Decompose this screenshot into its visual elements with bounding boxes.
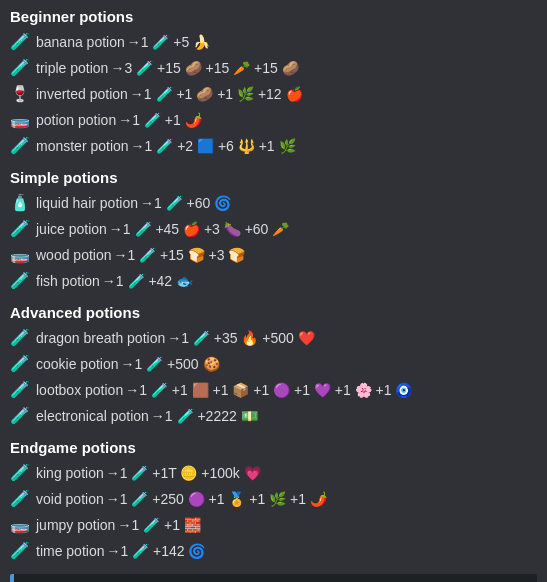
recipe-text: →1 🧪 +1 🥔 +1 🌿 +12 🍎 — [130, 84, 303, 105]
potion-name: triple potion — [36, 58, 108, 79]
potion-row: 🧫wood potion →1 🧪 +15 🍞 +3 🍞 — [10, 242, 537, 268]
potion-name: lootbox potion — [36, 380, 123, 401]
potion-row: 🧪fish potion →1 🧪 +42 🐟 — [10, 268, 537, 294]
potion-name: monster potion — [36, 136, 129, 157]
potion-name: time potion — [36, 541, 104, 562]
potion-name: inverted potion — [36, 84, 128, 105]
potion-type-icon: 🧫 — [10, 243, 30, 267]
recipe-text: →1 🧪 +500 🍪 — [121, 354, 220, 375]
recipe-text: →1 🧪 +142 🌀 — [106, 541, 205, 562]
recipe-text: →1 🧪 +15 🍞 +3 🍞 — [114, 245, 246, 266]
potion-name: king potion — [36, 463, 104, 484]
potion-type-icon: 🍷 — [10, 82, 30, 106]
potion-row: 🧪lootbox potion →1 🧪 +1 🟫 +1 📦 +1 🟣 +1 💜… — [10, 377, 537, 403]
section-title-simple: Simple potions — [10, 169, 537, 186]
potion-name: liquid hair potion — [36, 193, 138, 214]
potion-type-icon: 🧫 — [10, 108, 30, 132]
potion-name: banana potion — [36, 32, 125, 53]
potion-type-icon: 🧴 — [10, 191, 30, 215]
potion-type-icon: 🧪 — [10, 378, 30, 402]
potion-row: 🧫jumpy potion →1 🧪 +1 🧱 — [10, 512, 537, 538]
potion-type-icon: 🧫 — [10, 513, 30, 537]
potion-type-icon: 🧪 — [10, 326, 30, 350]
info-box: ℹ️ Recipes are consumed instantly! — [10, 574, 537, 582]
potion-name: wood potion — [36, 245, 112, 266]
potion-row: 🧴liquid hair potion →1 🧪 +60 🌀 — [10, 190, 537, 216]
potion-name: potion potion — [36, 110, 116, 131]
recipe-text: →1 🧪 +60 🌀 — [140, 193, 231, 214]
recipe-text: →1 🧪 +1 🧱 — [117, 515, 200, 536]
recipe-text: →1 🧪 +45 🍎 +3 🍆 +60 🥕 — [109, 219, 289, 240]
potion-row: 🧪juice potion →1 🧪 +45 🍎 +3 🍆 +60 🥕 — [10, 216, 537, 242]
potion-name: jumpy potion — [36, 515, 115, 536]
recipe-text: →1 🧪 +1 🟫 +1 📦 +1 🟣 +1 💜 +1 🌸 +1 🧿 — [125, 380, 412, 401]
potion-row: 🧪monster potion →1 🧪 +2 🟦 +6 🔱 +1 🌿 — [10, 133, 537, 159]
potion-name: cookie potion — [36, 354, 119, 375]
potion-name: fish potion — [36, 271, 100, 292]
recipe-text: →1 🧪 +2 🟦 +6 🔱 +1 🌿 — [131, 136, 296, 157]
potion-name: juice potion — [36, 219, 107, 240]
potion-type-icon: 🧪 — [10, 461, 30, 485]
potion-type-icon: 🧪 — [10, 56, 30, 80]
potion-row: 🍷inverted potion →1 🧪 +1 🥔 +1 🌿 +12 🍎 — [10, 81, 537, 107]
potion-name: dragon breath potion — [36, 328, 165, 349]
potion-type-icon: 🧪 — [10, 404, 30, 428]
section-title-endgame: Endgame potions — [10, 439, 537, 456]
potions-container: Beginner potions🧪banana potion →1 🧪 +5 🍌… — [10, 8, 537, 564]
recipe-text: →1 🧪 +1 🌶️ — [118, 110, 201, 131]
recipe-text: →3 🧪 +15 🥔 +15 🥕 +15 🥔 — [110, 58, 298, 79]
potion-row: 🧪time potion →1 🧪 +142 🌀 — [10, 538, 537, 564]
potion-type-icon: 🧪 — [10, 269, 30, 293]
recipe-text: →1 🧪 +35 🔥 +500 ❤️ — [167, 328, 315, 349]
recipe-text: →1 🧪 +250 🟣 +1 🏅 +1 🌿 +1 🌶️ — [106, 489, 327, 510]
potion-type-icon: 🧪 — [10, 487, 30, 511]
potion-type-icon: 🧪 — [10, 539, 30, 563]
potion-row: 🧪void potion →1 🧪 +250 🟣 +1 🏅 +1 🌿 +1 🌶️ — [10, 486, 537, 512]
potion-row: 🧪cookie potion →1 🧪 +500 🍪 — [10, 351, 537, 377]
potion-type-icon: 🧪 — [10, 217, 30, 241]
recipe-text: →1 🧪 +42 🐟 — [102, 271, 193, 292]
section-title-advanced: Advanced potions — [10, 304, 537, 321]
recipe-text: →1 🧪 +2222 💵 — [151, 406, 258, 427]
potion-row: 🧪king potion →1 🧪 +1T 🪙 +100k 💗 — [10, 460, 537, 486]
potion-row: 🧪banana potion →1 🧪 +5 🍌 — [10, 29, 537, 55]
recipe-text: →1 🧪 +1T 🪙 +100k 💗 — [106, 463, 261, 484]
recipe-text: →1 🧪 +5 🍌 — [127, 32, 210, 53]
potion-type-icon: 🧪 — [10, 134, 30, 158]
potion-row: 🧫potion potion →1 🧪 +1 🌶️ — [10, 107, 537, 133]
potion-row: 🧪dragon breath potion →1 🧪 +35 🔥 +500 ❤️ — [10, 325, 537, 351]
potion-row: 🧪triple potion →3 🧪 +15 🥔 +15 🥕 +15 🥔 — [10, 55, 537, 81]
section-title-beginner: Beginner potions — [10, 8, 537, 25]
potion-name: void potion — [36, 489, 104, 510]
potion-type-icon: 🧪 — [10, 30, 30, 54]
potion-name: electronical potion — [36, 406, 149, 427]
potion-row: 🧪electronical potion →1 🧪 +2222 💵 — [10, 403, 537, 429]
potion-type-icon: 🧪 — [10, 352, 30, 376]
